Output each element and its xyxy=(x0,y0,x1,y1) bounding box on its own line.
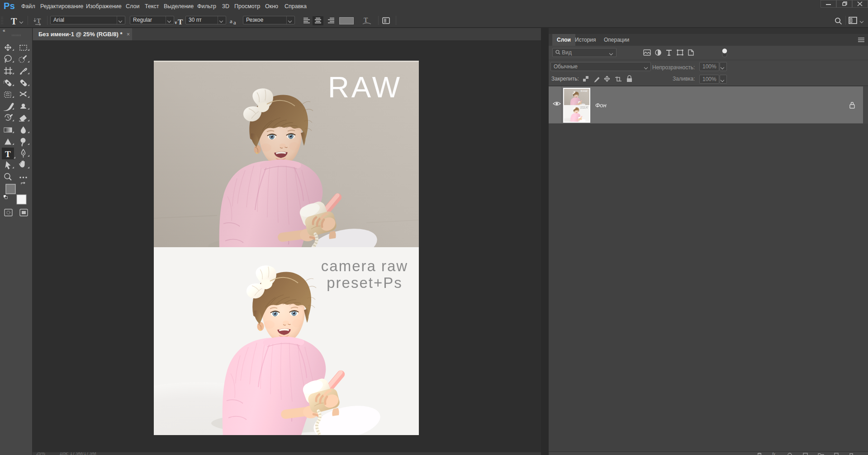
svg-text:T: T xyxy=(364,17,368,24)
svg-text:«: « xyxy=(3,28,5,33)
svg-text:fx: fx xyxy=(772,452,776,455)
svg-text:т: т xyxy=(175,19,177,25)
svg-text:T: T xyxy=(178,18,183,25)
svg-text:a: a xyxy=(230,18,232,24)
svg-text:T: T xyxy=(37,18,41,24)
svg-text:T: T xyxy=(5,149,11,159)
svg-text:a: a xyxy=(233,19,236,25)
